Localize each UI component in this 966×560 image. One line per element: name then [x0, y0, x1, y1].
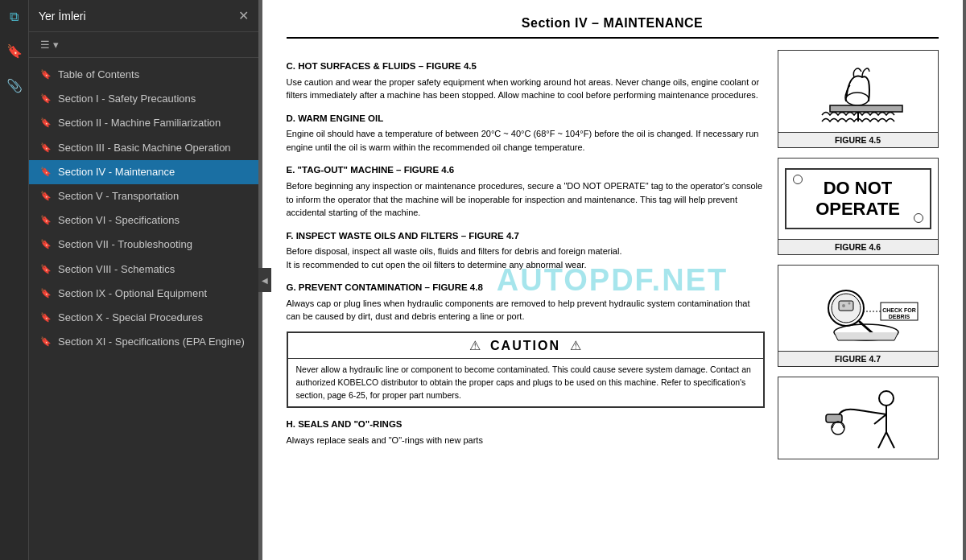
page-header: Section IV – MAINTENANCE	[287, 16, 939, 39]
figure-4-8-box	[778, 377, 939, 459]
bookmark-icon-s11: 🔖	[40, 336, 52, 348]
bookmark-icon-s4: 🔖	[40, 166, 52, 178]
sidebar-item-s5[interactable]: 🔖Section V - Transportation	[29, 184, 258, 208]
pages-icon[interactable]: ⧉	[6, 6, 22, 27]
sidebar-item-label-s5: Section V - Transportation	[58, 189, 179, 204]
sidebar-item-label-s11: Section XI - Specifications (EPA Engine)	[58, 335, 245, 349]
bookmark-icon-s2: 🔖	[40, 117, 52, 129]
paperclip-icon[interactable]: 📎	[3, 75, 26, 97]
text-column: C. HOT SURFACES & FLUIDS – FIGURE 4.5 Us…	[287, 50, 765, 459]
figure-4-7-img: CHECK FOR DEBRIS	[778, 266, 938, 351]
bookmark-icon-s5: 🔖	[40, 190, 52, 202]
section-d-text: Engine oil should have a temperature of …	[287, 127, 765, 154]
svg-rect-6	[839, 301, 853, 311]
caution-box: ⚠ CAUTION ⚠ Never allow a hydraulic line…	[287, 331, 765, 408]
figure-4-5-img	[778, 51, 938, 132]
section-c-heading: C. HOT SURFACES & FLUIDS – FIGURE 4.5	[287, 60, 765, 73]
do-not-circle-tl	[793, 175, 803, 184]
figure-4-6-box: DO NOTOPERATE FIGURE 4.6	[778, 158, 939, 255]
svg-point-7	[842, 304, 845, 307]
sidebar-item-label-s1: Section I - Safety Precautions	[58, 92, 196, 106]
section-f-heading: F. INSPECT WASTE OILS AND FILTERS – FIGU…	[287, 229, 765, 243]
sidebar-item-s11[interactable]: 🔖Section XI - Specifications (EPA Engine…	[29, 330, 258, 354]
section-h-heading: H. SEALS AND "O"-RINGS	[287, 418, 765, 431]
sidebar-item-s8[interactable]: 🔖Section VIII - Schematics	[29, 257, 258, 282]
svg-rect-2	[830, 105, 902, 112]
sidebar-item-s3[interactable]: 🔖Section III - Basic Machine Operation	[29, 136, 258, 160]
sidebar-item-label-s4: Section IV - Maintenance	[58, 165, 175, 179]
svg-line-19	[886, 432, 894, 448]
bookmark-icon-s9: 🔖	[40, 287, 52, 299]
collapse-arrow[interactable]: ◀	[258, 268, 271, 292]
sidebar-item-label-s9: Section IX - Optional Equipment	[58, 286, 207, 301]
caution-title: CAUTION	[490, 336, 560, 355]
bookmark-icon-s8: 🔖	[40, 263, 52, 275]
svg-point-14	[879, 391, 894, 406]
section-c-text: Use caution and wear the proper safety e…	[287, 76, 765, 102]
bookmark-icon-toc: 🔖	[40, 68, 52, 80]
sidebar-title: Yer İmleri	[39, 10, 86, 23]
svg-point-1	[846, 93, 869, 105]
hot-surface-svg	[798, 57, 919, 126]
sidebar-item-s7[interactable]: 🔖Section VII - Troubleshooting	[29, 233, 258, 257]
sidebar-items-list: 🔖Table of Contents🔖Section I - Safety Pr…	[29, 58, 258, 560]
do-not-text: DO NOTOPERATE	[795, 178, 922, 220]
sidebar-item-s9[interactable]: 🔖Section IX - Optional Equipment	[29, 282, 258, 306]
figure-4-5-box: FIGURE 4.5	[778, 50, 939, 148]
svg-line-16	[874, 414, 886, 424]
section-d-heading: D. WARM ENGINE OIL	[287, 112, 765, 126]
svg-text:DEBRIS: DEBRIS	[888, 314, 910, 319]
sidebar-item-s4[interactable]: 🔖Section IV - Maintenance	[29, 160, 258, 184]
sidebar-item-label-s10: Section X - Special Procedures	[58, 311, 203, 325]
content-layout: C. HOT SURFACES & FLUIDS – FIGURE 4.5 Us…	[287, 50, 939, 459]
sidebar-item-s2[interactable]: 🔖Section II - Machine Familiarization	[29, 111, 258, 135]
main-content: AUTOPDF.NET Section IV – MAINTENANCE C. …	[258, 0, 966, 560]
caution-triangle-left: ⚠	[469, 336, 481, 355]
figure-column: FIGURE 4.5 DO NOTOPERATE FIGURE 4.6	[778, 50, 939, 459]
figure-4-6-label: FIGURE 4.6	[778, 239, 938, 254]
sidebar-item-label-s3: Section III - Basic Machine Operation	[58, 141, 231, 155]
bookmark-icon-s6: 🔖	[40, 214, 52, 226]
caution-header: ⚠ CAUTION ⚠	[288, 333, 763, 359]
caution-body: Never allow a hydraulic line or componen…	[288, 359, 763, 406]
close-button[interactable]: ✕	[238, 8, 249, 23]
sidebar-item-label-s2: Section II - Machine Familiarization	[58, 116, 221, 130]
figure-4-5-label: FIGURE 4.5	[778, 132, 938, 147]
svg-point-21	[832, 422, 844, 434]
figure-4-7-box: CHECK FOR DEBRIS FIGURE 4.7	[778, 265, 939, 367]
sidebar-item-label-s6: Section VI - Specifications	[58, 213, 180, 228]
figure-4-8-img	[778, 377, 938, 459]
seals-svg	[794, 384, 923, 452]
svg-line-18	[878, 432, 886, 448]
bookmark-rail-icon[interactable]: 🔖	[3, 40, 26, 62]
do-not-circle-br	[914, 213, 923, 223]
bookmark-icon-s7: 🔖	[40, 238, 52, 250]
list-view-button[interactable]: ☰ ▾	[37, 37, 62, 52]
figure-4-7-label: FIGURE 4.7	[778, 351, 938, 366]
sidebar-item-s6[interactable]: 🔖Section VI - Specifications	[29, 208, 258, 233]
bookmark-icon-s10: 🔖	[40, 311, 52, 323]
caution-triangle-right: ⚠	[570, 336, 581, 355]
sidebar-item-label-toc: Table of Contents	[58, 68, 139, 82]
icon-rail: ⧉ 🔖 📎	[0, 0, 29, 560]
section-g-heading: G. PREVENT CONTAMINATION – FIGURE 4.8	[287, 281, 765, 294]
section-f-text: Before disposal, inspect all waste oils,…	[287, 245, 765, 271]
filter-svg: CHECK FOR DEBRIS	[794, 272, 923, 344]
sidebar-item-s1[interactable]: 🔖Section I - Safety Precautions	[29, 87, 258, 111]
section-e-text: Before beginning any inspection or maint…	[287, 179, 765, 220]
svg-point-8	[848, 303, 850, 305]
section-e-heading: E. "TAG-OUT" MACHINE – FIGURE 4.6	[287, 163, 765, 177]
sidebar: Yer İmleri ✕ ☰ ▾ 🔖Table of Contents🔖Sect…	[29, 0, 258, 560]
bookmark-icon-s1: 🔖	[40, 93, 52, 105]
sidebar-item-s10[interactable]: 🔖Section X - Special Procedures	[29, 306, 258, 330]
figure-4-6-img: DO NOTOPERATE	[778, 159, 938, 239]
section-h-text: Always replace seals and "O"-rings with …	[287, 434, 765, 447]
sidebar-item-toc[interactable]: 🔖Table of Contents	[29, 63, 258, 87]
do-not-operate-box: DO NOTOPERATE	[785, 168, 931, 230]
sidebar-toolbar: ☰ ▾	[29, 32, 258, 58]
svg-line-17	[870, 412, 886, 414]
sidebar-item-label-s7: Section VII - Troubleshooting	[58, 237, 192, 252]
sidebar-item-label-s8: Section VIII - Schematics	[58, 262, 175, 277]
svg-text:CHECK FOR: CHECK FOR	[882, 307, 916, 313]
page-container: AUTOPDF.NET Section IV – MAINTENANCE C. …	[262, 0, 963, 560]
